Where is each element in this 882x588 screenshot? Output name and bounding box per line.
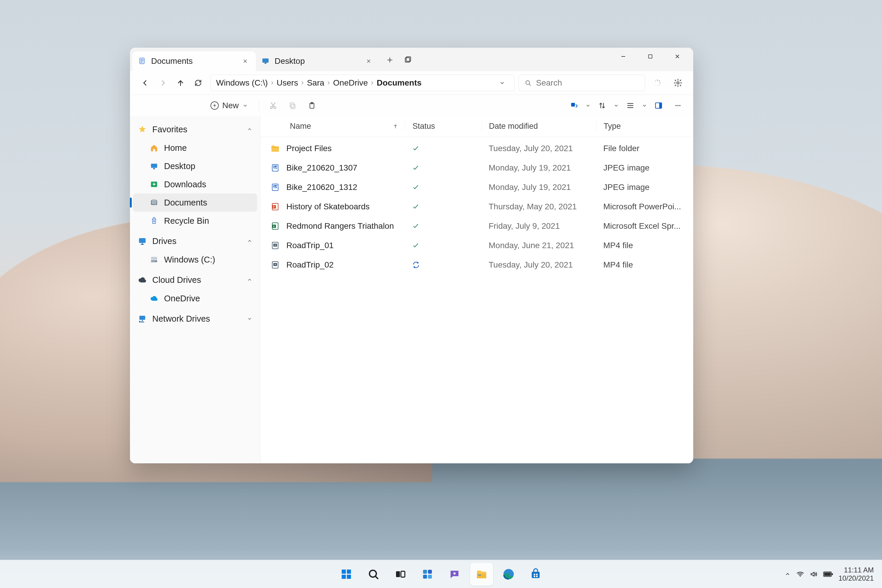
start-icon — [340, 568, 352, 580]
tab-desktop[interactable]: Desktop — [256, 51, 379, 71]
file-row[interactable]: RoadTrip_02 Tuesday, July 20, 2021 MP4 f… — [261, 255, 693, 274]
sync-activity-icon[interactable] — [649, 75, 666, 91]
taskbar-app-start[interactable] — [335, 563, 358, 586]
close-window-button[interactable] — [664, 48, 691, 65]
sort-button[interactable] — [594, 98, 610, 114]
column-status[interactable]: Status — [405, 122, 482, 131]
breadcrumb-2[interactable]: Sara — [307, 78, 324, 88]
address-dropdown[interactable] — [499, 80, 511, 86]
breadcrumb-3[interactable]: OneDrive — [333, 78, 368, 88]
file-rows: Project Files Tuesday, July 20, 2021 Fil… — [261, 137, 693, 464]
navbar: Windows (C:\)UsersSaraOneDriveDocuments — [130, 71, 693, 94]
taskbar-app-taskview[interactable] — [389, 563, 412, 586]
sidebar-item-documents[interactable]: Documents — [133, 194, 257, 212]
file-name: RoadTrip_02 — [286, 260, 334, 270]
new-button[interactable]: + New — [206, 98, 253, 113]
file-row[interactable]: Bike_210620_1312 Monday, July 19, 2021 J… — [261, 178, 693, 197]
file-date-cell: Tuesday, July 20, 2021 — [482, 144, 596, 153]
image-icon — [270, 182, 280, 193]
new-tab-button[interactable] — [382, 52, 398, 68]
settings-button[interactable] — [670, 75, 686, 91]
more-button[interactable] — [670, 98, 686, 114]
refresh-button[interactable] — [190, 75, 206, 91]
svg-point-7 — [657, 80, 658, 81]
cloud-icon — [138, 275, 147, 285]
column-type[interactable]: Type — [596, 122, 693, 131]
forward-button[interactable] — [154, 75, 171, 91]
taskbar-app-edge[interactable] — [497, 563, 520, 586]
nav-arrows — [137, 75, 206, 91]
sidebar-item-downloads[interactable]: Downloads — [133, 175, 257, 194]
address-bar[interactable]: Windows (C:\)UsersSaraOneDriveDocuments — [210, 75, 514, 91]
breadcrumb-1[interactable]: Users — [277, 78, 298, 88]
command-bar-right — [566, 98, 686, 114]
wifi-icon[interactable] — [796, 570, 804, 578]
sidebar-item-home[interactable]: Home — [133, 139, 257, 157]
file-type-cell: JPEG image — [596, 183, 693, 192]
video-icon — [270, 260, 280, 270]
details-pane-button[interactable] — [650, 98, 667, 114]
file-name-cell: RoadTrip_01 — [270, 240, 405, 251]
svg-point-37 — [139, 321, 141, 322]
minimize-button[interactable] — [610, 48, 637, 65]
sidebar-section-favorites[interactable]: Favorites — [133, 120, 257, 139]
file-row[interactable]: Project Files Tuesday, July 20, 2021 Fil… — [261, 139, 693, 158]
back-button[interactable] — [137, 75, 153, 91]
svg-rect-77 — [832, 573, 833, 575]
close-tab-button[interactable] — [240, 57, 250, 66]
cut-button[interactable] — [265, 98, 281, 114]
taskbar-app-chat[interactable] — [443, 563, 466, 586]
file-type-cell: File folder — [596, 144, 693, 153]
volume-icon[interactable] — [810, 570, 818, 578]
maximize-button[interactable] — [637, 48, 664, 65]
taskbar-app-widgets[interactable] — [416, 563, 439, 586]
sidebar-item-onedrive[interactable]: OneDrive — [133, 289, 257, 308]
breadcrumb-4[interactable]: Documents — [376, 78, 421, 88]
file-row[interactable]: RoadTrip_01 Monday, June 21, 2021 MP4 fi… — [261, 236, 693, 255]
chevron-up-icon — [247, 126, 252, 132]
store-icon — [530, 568, 542, 580]
sidebar-item-windows-c-[interactable]: Windows (C:) — [133, 250, 257, 269]
sidebar-section-network-drives[interactable]: Network Drives — [133, 309, 257, 328]
search-box[interactable] — [519, 75, 645, 91]
paste-button[interactable] — [304, 98, 320, 114]
sidebar-section-drives[interactable]: Drives — [133, 232, 257, 250]
column-name[interactable]: Name — [270, 122, 405, 131]
taskbar-app-store[interactable] — [524, 563, 547, 586]
view-button[interactable] — [622, 98, 639, 114]
file-name: RoadTrip_01 — [286, 241, 334, 250]
file-row[interactable]: P History of Skateboards Thursday, May 2… — [261, 197, 693, 216]
svg-rect-36 — [140, 316, 145, 320]
sidebar-section-cloud-drives[interactable]: Cloud Drives — [133, 270, 257, 289]
search-input[interactable] — [536, 78, 641, 88]
sidebar-item-label: Windows (C:) — [164, 255, 215, 265]
svg-point-35 — [156, 261, 157, 262]
close-tab-button[interactable] — [364, 57, 374, 66]
svg-rect-70 — [534, 574, 535, 575]
taskbar-app-explorer[interactable] — [470, 563, 493, 586]
folder-icon — [270, 143, 280, 154]
explorer-body: Favorites Home Desktop Downloads Documen… — [130, 116, 693, 464]
up-button[interactable] — [172, 75, 189, 91]
battery-icon[interactable] — [823, 571, 833, 578]
tab-title: Documents — [151, 57, 236, 66]
chevron-down-icon — [247, 316, 252, 322]
column-date[interactable]: Date modified — [482, 122, 596, 131]
svg-point-74 — [800, 576, 801, 577]
file-row[interactable]: Bike_210620_1307 Monday, July 19, 2021 J… — [261, 158, 693, 178]
tray-chevron-icon[interactable] — [784, 571, 791, 578]
sidebar-item-recycle-bin[interactable]: Recycle Bin — [133, 212, 257, 230]
copy-button[interactable] — [284, 98, 301, 114]
share-button[interactable] — [566, 98, 582, 114]
taskbar-app-search[interactable] — [362, 563, 385, 586]
clock[interactable]: 11:11 AM 10/20/2021 — [838, 566, 874, 582]
sidebar-item-desktop[interactable]: Desktop — [133, 157, 257, 175]
tab-overview-button[interactable] — [399, 52, 416, 68]
sidebar-item-label: Recycle Bin — [164, 216, 209, 226]
system-tray[interactable]: 11:11 AM 10/20/2021 — [784, 566, 882, 582]
chat-icon — [448, 568, 460, 580]
breadcrumb-0[interactable]: Windows (C:\) — [216, 78, 268, 88]
tab-title: Desktop — [274, 57, 359, 66]
file-row[interactable]: X Redmond Rangers Triathalon Friday, Jul… — [261, 216, 693, 236]
tab-documents[interactable]: Documents — [132, 51, 256, 71]
